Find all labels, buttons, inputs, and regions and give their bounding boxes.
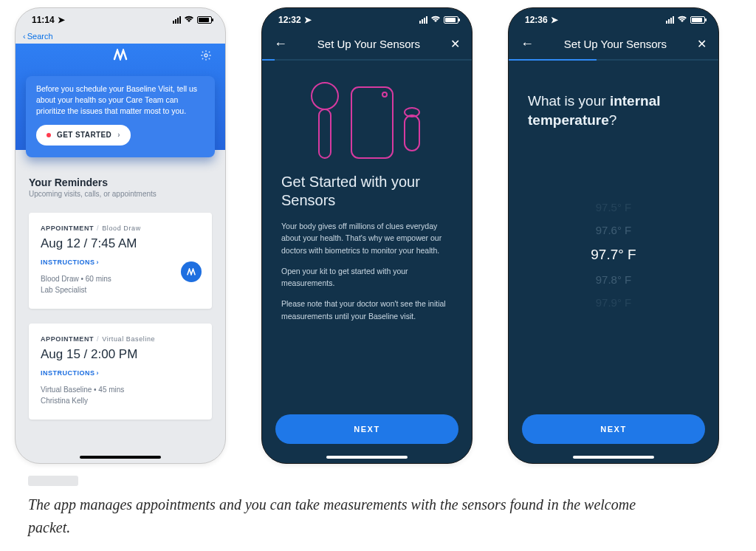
home-indicator[interactable]	[573, 456, 654, 459]
temperature-question: What is your internal temperature?	[528, 92, 699, 129]
hero-copy: Before you schedule your Baseline Visit,…	[36, 83, 205, 117]
status-time: 12:36	[525, 15, 548, 25]
phone-reminders: 11:14 ➤ ‹ Search	[15, 7, 226, 464]
battery-icon	[197, 16, 212, 24]
next-button[interactable]: NEXT	[522, 414, 705, 444]
back-label: Search	[27, 32, 53, 41]
chevron-left-icon: ‹	[23, 32, 26, 41]
reminders-subtitle: Upcoming visits, calls, or appointments	[29, 190, 212, 198]
instructions-link[interactable]: INSTRUCTIONS›	[41, 369, 200, 377]
svg-point-4	[382, 92, 387, 97]
red-dot-icon	[47, 133, 51, 137]
status-time: 12:32	[278, 15, 301, 25]
temperature-picker[interactable]: 97.5° F 97.6° F 97.7° F 97.8° F 97.9° F	[528, 196, 699, 314]
svg-rect-2	[319, 109, 331, 158]
battery-icon	[444, 16, 458, 24]
reminders-section: Your Reminders Upcoming visits, calls, o…	[16, 150, 225, 434]
instructions-link[interactable]: INSTRUCTIONS›	[41, 259, 200, 266]
appointment-card[interactable]: APPOINTMENT/Blood Draw Aug 12 / 7:45 AM …	[29, 213, 212, 309]
signal-icon	[419, 16, 427, 24]
nav-bar: ← Set Up Your Sensors ✕	[509, 32, 718, 59]
gear-icon[interactable]	[200, 49, 212, 64]
progress-bar	[509, 59, 718, 61]
battery-icon	[690, 16, 705, 24]
sensors-title: Get Started with your Sensors	[281, 173, 453, 210]
appointment-card[interactable]: APPOINTMENT/Virtual Baseline Aug 15 / 2:…	[29, 324, 212, 420]
caption-pill	[28, 476, 78, 486]
signal-icon	[173, 16, 181, 24]
get-started-button[interactable]: GET STARTED ›	[36, 125, 131, 146]
back-arrow-icon[interactable]: ←	[520, 36, 534, 52]
hero-header: Before you schedule your Baseline Visit,…	[16, 44, 225, 150]
nav-bar: ← Set Up Your Sensors ✕	[262, 32, 472, 59]
picker-option[interactable]: 97.8° F	[528, 268, 699, 291]
phone-temperature-picker: 12:36 ➤ ← Set Up Your Sensors ✕ What is …	[508, 7, 719, 464]
appointment-tag: APPOINTMENT/Blood Draw	[41, 225, 200, 232]
figure-caption: The app manages appointments and you can…	[15, 493, 650, 539]
appointment-tag: APPOINTMENT/Virtual Baseline	[41, 335, 200, 343]
back-arrow-icon[interactable]: ←	[274, 36, 287, 52]
app-logo-icon	[112, 49, 128, 64]
back-to-search[interactable]: ‹ Search	[16, 32, 225, 44]
wifi-icon	[430, 16, 441, 24]
signal-icon	[666, 16, 674, 24]
status-bar: 12:32 ➤	[262, 8, 472, 32]
hero-card: Before you schedule your Baseline Visit,…	[26, 76, 215, 157]
picker-option-selected[interactable]: 97.7° F	[528, 242, 699, 268]
status-bar: 12:36 ➤	[509, 8, 718, 32]
nav-title: Set Up Your Sensors	[317, 38, 420, 50]
next-button[interactable]: NEXT	[275, 414, 458, 444]
picker-option[interactable]: 97.6° F	[528, 219, 699, 242]
close-icon[interactable]: ✕	[697, 37, 707, 51]
status-bar: 11:14 ➤	[16, 8, 225, 32]
svg-point-0	[205, 54, 207, 57]
location-icon: ➤	[551, 15, 558, 25]
sensors-copy: Your body gives off millions of clues ev…	[281, 220, 453, 322]
appointment-time: Aug 12 / 7:45 AM	[41, 236, 200, 251]
wifi-icon	[677, 16, 687, 24]
sensors-illustration-icon	[281, 77, 453, 165]
svg-rect-3	[351, 87, 393, 158]
chevron-right-icon: ›	[117, 130, 120, 141]
progress-bar	[262, 59, 472, 61]
home-indicator[interactable]	[326, 456, 408, 459]
nav-title: Set Up Your Sensors	[564, 38, 667, 50]
svg-rect-5	[405, 115, 419, 151]
status-time: 11:14	[32, 15, 55, 25]
location-icon: ➤	[304, 15, 312, 25]
appointment-meta: Virtual Baseline • 45 mins Christina Kel…	[41, 384, 200, 406]
home-indicator[interactable]	[80, 456, 161, 459]
wifi-icon	[184, 16, 194, 24]
picker-option[interactable]: 97.9° F	[528, 291, 699, 314]
appointment-badge-icon[interactable]	[181, 261, 202, 282]
close-icon[interactable]: ✕	[450, 37, 460, 51]
phone-sensors-intro: 12:32 ➤ ← Set Up Your Sensors ✕	[261, 7, 472, 464]
get-started-label: GET STARTED	[57, 130, 111, 141]
location-icon: ➤	[58, 15, 65, 25]
picker-option[interactable]: 97.5° F	[528, 196, 699, 219]
appointment-meta: Blood Draw • 60 mins Lab Specialist	[41, 273, 200, 295]
reminders-title: Your Reminders	[29, 177, 212, 188]
appointment-time: Aug 15 / 2:00 PM	[41, 347, 200, 362]
svg-point-1	[312, 83, 338, 109]
